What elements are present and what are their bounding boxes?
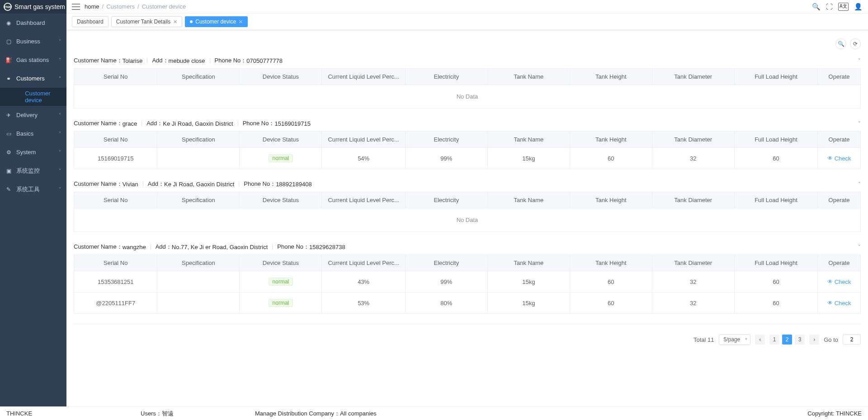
cell-status: normal	[240, 148, 322, 169]
crumb-parent[interactable]: Customers	[106, 3, 135, 10]
sidebar-item-dashboard[interactable]: ◉Dashboard	[0, 14, 66, 32]
crumb-home[interactable]: home	[85, 3, 99, 10]
chevron-down-icon[interactable]: ˅	[858, 58, 861, 64]
system-icon: ⚙	[5, 149, 12, 156]
page-size-select[interactable]: 5/page	[719, 334, 751, 345]
station-icon: ⛽	[5, 57, 12, 63]
cell-tankheight: 60	[570, 271, 652, 293]
pagination: Total 11 5/page ‹ 123 › Go to	[74, 324, 861, 352]
basics-icon: ▭	[5, 131, 12, 137]
active-dot-icon	[190, 20, 193, 23]
customer-name-label: Customer Name：	[74, 243, 123, 251]
cell-elec: 99%	[405, 271, 487, 293]
table-row: 15169019715 normal 54% 99% 15kg 60 32 60…	[74, 148, 861, 169]
sidebar-item-label: Gas stations	[16, 57, 49, 63]
column-header: Operate	[818, 255, 861, 271]
brand: TNK Smart gas system	[0, 0, 66, 14]
sidebar-item-basics[interactable]: ▭Basics˅	[0, 124, 66, 143]
cell-tankname: 15kg	[487, 293, 570, 314]
search-tool-icon[interactable]: 🔍	[835, 38, 846, 49]
column-header: Full Load Height	[734, 132, 817, 148]
check-link[interactable]: 👁Check	[827, 300, 851, 307]
sidebar-item-business[interactable]: ▢Business˅	[0, 32, 66, 51]
fullscreen-icon[interactable]: ⛶	[826, 3, 833, 11]
customer-addr-value: Ke Ji Road, Gaoxin District	[163, 120, 233, 127]
goto-input[interactable]	[843, 335, 861, 344]
sidebar-item-customers[interactable]: ⚭Customers˄	[0, 69, 66, 88]
cell-elec: 99%	[405, 148, 487, 169]
sidebar-item-系统工具[interactable]: ✎系统工具˅	[0, 180, 66, 198]
eye-icon: 👁	[827, 300, 833, 306]
customer-addr-label: Add：	[152, 57, 168, 65]
column-header: Electricity	[405, 192, 487, 208]
tab-customer-device[interactable]: Customer device✕	[185, 16, 248, 27]
chevron-down-icon: ˅	[59, 131, 61, 136]
device-table: Serial NoSpecificationDevice StatusCurre…	[74, 192, 861, 232]
close-icon[interactable]: ✕	[239, 19, 243, 25]
tab-customer-tank-details[interactable]: Customer Tank Details✕	[111, 16, 183, 27]
sidebar-item-label: Customer device	[25, 90, 66, 104]
check-link[interactable]: 👁Check	[827, 278, 851, 285]
cell-level: 43%	[322, 271, 405, 293]
lang-icon[interactable]: A文	[838, 3, 849, 11]
column-header: Tank Diameter	[652, 132, 734, 148]
cell-status: normal	[240, 293, 322, 314]
chevron-down-icon[interactable]: ˅	[858, 244, 861, 250]
cell-tankdiameter: 32	[652, 271, 734, 293]
menu-toggle-icon[interactable]	[72, 4, 80, 10]
customer-addr-value: No.77, Ke Ji er Road, Gaoxin District	[172, 244, 268, 250]
chevron-down-icon: ˅	[59, 113, 61, 118]
sidebar: TNK Smart gas system ◉Dashboard▢Business…	[0, 0, 66, 406]
status-badge: normal	[269, 154, 293, 162]
column-header: Tank Height	[570, 132, 652, 148]
search-icon[interactable]: 🔍	[812, 3, 821, 11]
cell-fullload: 60	[734, 293, 817, 314]
sidebar-item-gas-stations[interactable]: ⛽Gas stations˅	[0, 51, 66, 69]
page-prev[interactable]: ‹	[755, 335, 765, 344]
chevron-down-icon[interactable]: ˅	[858, 121, 861, 127]
column-header: Specification	[157, 69, 240, 85]
customer-block: Customer Name：grace Add：Ke Ji Road, Gaox…	[74, 118, 861, 169]
customer-meta: Customer Name：grace Add：Ke Ji Road, Gaox…	[74, 119, 311, 127]
table-row: 15353681251 normal 43% 99% 15kg 60 32 60…	[74, 271, 861, 293]
no-data: No Data	[74, 208, 861, 232]
column-header: Tank Diameter	[652, 255, 734, 271]
customer-addr-value: mebude close	[169, 57, 205, 64]
device-table: Serial NoSpecificationDevice StatusCurre…	[74, 68, 861, 109]
close-icon[interactable]: ✕	[173, 19, 177, 25]
sidebar-item-delivery[interactable]: ✈Delivery˅	[0, 106, 66, 124]
cell-serial: 15353681251	[74, 271, 157, 293]
page-3[interactable]: 3	[795, 335, 805, 344]
customer-name-label: Customer Name：	[74, 180, 123, 188]
column-header: Tank Diameter	[652, 69, 734, 85]
user-icon[interactable]: 👤	[854, 3, 863, 11]
refresh-tool-icon[interactable]: ⟳	[850, 38, 861, 49]
cell-spec	[157, 148, 240, 169]
chevron-down-icon: ˅	[59, 57, 61, 62]
cell-serial: @2205111FF7	[74, 293, 157, 314]
page-2[interactable]: 2	[782, 335, 792, 344]
tab-dashboard[interactable]: Dashboard	[72, 16, 108, 27]
cell-tankdiameter: 32	[652, 148, 734, 169]
check-link[interactable]: 👁Check	[827, 155, 851, 162]
sidebar-item-system[interactable]: ⚙System˅	[0, 143, 66, 161]
page-1[interactable]: 1	[769, 335, 779, 344]
sidebar-subitem-customer-device[interactable]: Customer device	[0, 88, 66, 106]
cell-fullload: 60	[734, 271, 817, 293]
goto-label: Go to	[824, 336, 838, 343]
cell-operate: 👁Check	[818, 271, 861, 293]
column-header: Operate	[818, 132, 861, 148]
column-header: Tank Height	[570, 192, 652, 208]
column-header: Current Liquid Level Perc...	[322, 132, 405, 148]
customer-name-value: Tolarise	[123, 57, 143, 64]
chevron-down-icon: ˅	[59, 187, 61, 192]
column-header: Current Liquid Level Perc...	[322, 192, 405, 208]
sidebar-item-系统监控[interactable]: ▣系统监控˅	[0, 161, 66, 180]
customer-phone-label: Phone No：	[215, 57, 247, 65]
monitor-icon: ▣	[5, 168, 12, 174]
customer-phone-value: 15169019715	[274, 120, 311, 127]
page-next[interactable]: ›	[809, 335, 819, 344]
chevron-down-icon[interactable]: ˅	[858, 181, 861, 187]
customer-name-value: grace	[123, 120, 137, 127]
customer-phone-label: Phone No：	[244, 180, 276, 188]
